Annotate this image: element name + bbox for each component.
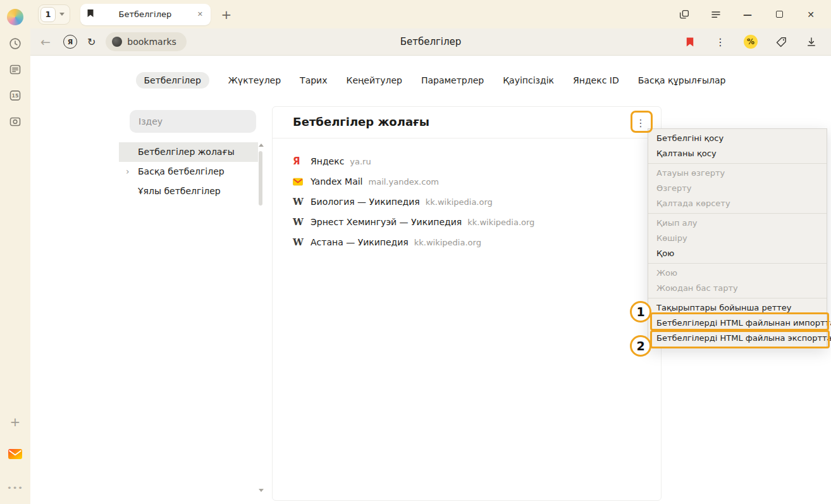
bookmark-title: Биология — Уикипедия: [311, 197, 420, 207]
bookmarks-page: Бетбелгілер Жүктеулер Тарих Кеңейтулер П…: [30, 56, 831, 504]
menu-item-import-html[interactable]: Бетбелгілерді HTML файлынан импорттау: [648, 316, 827, 331]
browser-window: 15 + ••• 1: [0, 0, 831, 504]
bookmark-title: Астана — Уикипедия: [311, 237, 409, 247]
back-icon[interactable]: ←: [40, 35, 51, 49]
folder-list: Бетбелгілер жолағы › Басқа бетбелгілер Ұ…: [119, 142, 258, 201]
sidebar-item-bookmarks-bar[interactable]: Бетбелгілер жолағы: [119, 142, 258, 162]
scroll-down-icon[interactable]: [259, 489, 264, 492]
menu-group: Тақырыптары бойынша реттеу Бетбелгілерді…: [648, 298, 827, 348]
menu-item-sort-by-title[interactable]: Тақырыптары бойынша реттеу: [648, 300, 827, 316]
bookmark-row[interactable]: W Астана — Уикипедия kk.wikipedia.org: [293, 232, 661, 252]
yandex-favicon: Я: [293, 156, 305, 167]
new-tab-button[interactable]: +: [218, 6, 235, 23]
left-rail: 15 + •••: [0, 0, 30, 504]
yandex-home-icon[interactable]: Я: [63, 35, 77, 49]
bookmarks-panel: Бетбелгілер жолағы ⋮ Я Яндекс ya.ru: [272, 106, 662, 501]
feed-icon[interactable]: [8, 62, 23, 77]
scroll-up-icon[interactable]: [259, 144, 264, 147]
page-favicon: [112, 37, 122, 47]
tab-other-devices[interactable]: Басқа құрылғылар: [638, 72, 726, 89]
cashback-icon[interactable]: %: [744, 35, 758, 49]
panel-title: Бетбелгілер жолағы: [293, 115, 429, 128]
url-text: bookmarks: [127, 37, 176, 47]
tab-counter[interactable]: 1: [38, 4, 70, 25]
history-clock-icon[interactable]: [8, 36, 23, 51]
rail-add-icon[interactable]: +: [8, 414, 23, 429]
bookmark-title: Эрнест Хемингуэй — Уикипедия: [311, 217, 462, 227]
tab-downloads[interactable]: Жүктеулер: [228, 72, 281, 89]
chevron-right-icon[interactable]: ›: [126, 162, 130, 181]
active-tab[interactable]: Бетбелгілер ✕: [80, 4, 211, 25]
bookmark-row[interactable]: W Эрнест Хемингуэй — Уикипедия kk.wikipe…: [293, 212, 661, 232]
bookmark-url: kk.wikipedia.org: [414, 238, 481, 247]
screenshot-icon[interactable]: [8, 114, 23, 129]
profile-avatar[interactable]: [7, 9, 23, 25]
tab-security[interactable]: Қауіпсіздік: [503, 72, 554, 89]
tab-bar: 1 Бетбелгілер ✕ + —: [30, 0, 831, 28]
bookmark-row[interactable]: Yandex Mail mail.yandex.com: [293, 171, 661, 192]
calendar-icon[interactable]: 15: [8, 88, 23, 103]
menu-item-paste[interactable]: Қою: [648, 246, 827, 261]
bookmark-title: Яндекс: [311, 156, 344, 166]
mail-favicon: [293, 178, 305, 186]
percent-label: %: [747, 37, 754, 46]
address-bar[interactable]: bookmarks: [106, 32, 187, 51]
menu-item-add-folder[interactable]: Қалтаны қосу: [648, 146, 827, 161]
tab-history[interactable]: Тарих: [300, 72, 327, 89]
search-input[interactable]: [130, 110, 256, 133]
page-menu-icon[interactable]: ⋮: [713, 35, 727, 49]
folder-label: Басқа бетбелгілер: [138, 166, 225, 176]
wikipedia-favicon: W: [293, 237, 305, 248]
tab-title: Бетбелгілер: [94, 9, 196, 19]
chevron-down-icon: [59, 13, 65, 16]
calendar-day-label: 15: [12, 93, 19, 99]
tab-overview-icon[interactable]: [678, 8, 691, 21]
tab-bookmarks[interactable]: Бетбелгілер: [136, 72, 209, 89]
tab-count-badge: 1: [40, 7, 56, 22]
bookmark-url: kk.wikipedia.org: [467, 218, 534, 227]
menu-item-undo-delete: Жоюдан бас тарту: [648, 281, 827, 296]
tab-bookmark-icon: [87, 8, 94, 20]
menu-item-export-html[interactable]: Бетбелгілерді HTML файлына экспорттау: [648, 331, 827, 346]
menu-group: Жою Жоюдан бас тарту: [648, 263, 827, 298]
settings-nav: Бетбелгілер Жүктеулер Тарих Кеңейтулер П…: [30, 71, 831, 90]
tab-settings[interactable]: Параметрлер: [421, 72, 484, 89]
wikipedia-favicon: W: [293, 216, 305, 228]
rail-more-icon[interactable]: •••: [8, 480, 23, 495]
wikipedia-favicon: W: [293, 196, 305, 207]
menu-group: Қиып алу Көшіру Қою: [648, 213, 827, 263]
yandex-mail-icon[interactable]: [8, 446, 23, 462]
folder-label: Ұялы бетбелгілер: [138, 186, 221, 196]
bookmark-list: Я Яндекс ya.ru Yandex Mail mail.yandex.c…: [273, 138, 661, 252]
bookmark-row[interactable]: Я Яндекс ya.ru: [293, 151, 661, 171]
window-close-icon[interactable]: ✕: [804, 8, 817, 21]
tab-extensions[interactable]: Кеңейтулер: [347, 72, 402, 89]
sidebar-scrollbar[interactable]: [257, 142, 266, 493]
menu-item-delete: Жою: [648, 266, 827, 281]
bookmark-row[interactable]: W Биология — Уикипедия kk.wikipedia.org: [293, 192, 661, 212]
menu-item-add-bookmark[interactable]: Бетбелгіні қосу: [648, 131, 827, 146]
menu-group: Бетбелгіні қосу Қалтаны қосу: [648, 129, 827, 163]
tab-close-icon[interactable]: ✕: [196, 10, 204, 18]
panel-menu-button[interactable]: ⋮: [632, 114, 649, 132]
sidebar-item-mobile-bookmarks[interactable]: Ұялы бетбелгілер: [119, 181, 258, 201]
downloads-icon[interactable]: [804, 35, 818, 49]
bookmark-url: mail.yandex.com: [369, 177, 440, 187]
menu-group: Атауын өзгерту Өзгерту Қалтада көрсету: [648, 163, 827, 213]
browser-toolbar: ← Я ↻ bookmarks Бетбелгілер ⋮ %: [30, 28, 831, 56]
bookmark-url: ya.ru: [350, 157, 371, 166]
browser-menu-icon[interactable]: [710, 8, 722, 21]
menu-item-edit: Өзгерту: [648, 181, 827, 196]
maximize-icon[interactable]: [773, 8, 785, 21]
tab-yandex-id[interactable]: Яндекс ID: [573, 72, 619, 89]
price-tag-icon[interactable]: [774, 35, 788, 49]
refresh-icon[interactable]: ↻: [87, 36, 95, 48]
folder-label: Бетбелгілер жолағы: [138, 147, 235, 157]
bookmark-title: Yandex Mail: [311, 176, 363, 187]
panel-header: Бетбелгілер жолағы ⋮: [273, 107, 661, 138]
bookmarked-flag-icon[interactable]: [683, 35, 697, 49]
minimize-icon[interactable]: —: [741, 8, 754, 21]
bookmark-url: kk.wikipedia.org: [426, 197, 493, 207]
scrollbar-thumb[interactable]: [259, 151, 262, 206]
sidebar-item-other-bookmarks[interactable]: › Басқа бетбелгілер: [119, 162, 258, 181]
